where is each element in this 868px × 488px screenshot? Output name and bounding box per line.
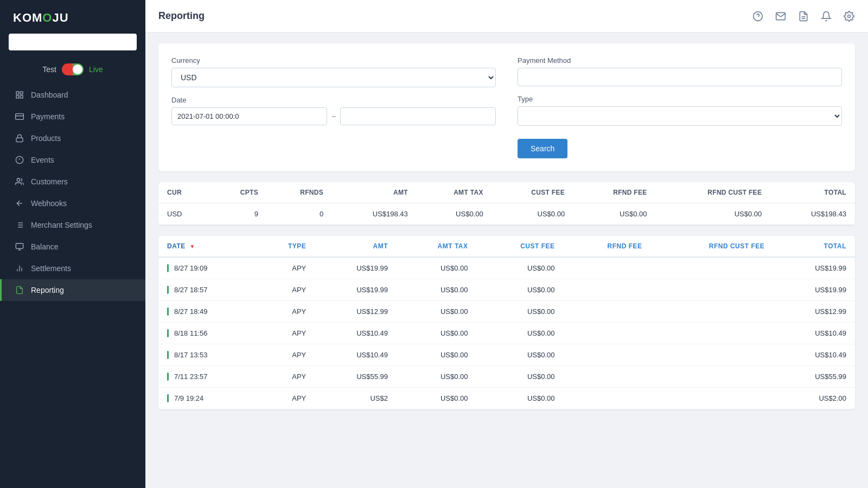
date-value: 7/9 19:24 [174, 394, 203, 402]
sidebar-item-merchant-settings-label: Merchant Settings [31, 221, 92, 229]
sidebar-item-merchant-settings[interactable]: Merchant Settings [0, 214, 145, 236]
detail-cell: US$0.00 [397, 388, 477, 409]
detail-cell: US$19.99 [315, 279, 397, 301]
filter-card: Currency USD EUR JPY GBP Date ~ [158, 43, 855, 171]
detail-cell: US$19.99 [773, 279, 855, 301]
detail-cell: US$10.49 [315, 344, 397, 366]
green-indicator-bar [167, 286, 169, 294]
payment-method-input[interactable] [518, 68, 842, 86]
summary-body: USD90US$198.43US$0.00US$0.00US$0.00US$0.… [158, 203, 855, 225]
green-indicator-bar [167, 394, 169, 402]
detail-cell: APY [256, 344, 315, 366]
content-area: Currency USD EUR JPY GBP Date ~ [145, 33, 868, 488]
detail-cell: APY [256, 366, 315, 388]
grid-icon [15, 90, 24, 100]
currency-select[interactable]: USD EUR JPY GBP [171, 68, 496, 87]
detail-cell: US$0.00 [477, 279, 564, 301]
date-label: Date [171, 96, 496, 104]
notes-icon[interactable] [797, 10, 809, 22]
sidebar-item-payments[interactable]: Payments [0, 106, 145, 127]
env-toggle-switch[interactable] [62, 63, 84, 75]
bell-icon[interactable] [820, 10, 832, 22]
table-row[interactable]: 8/27 18:57APYUS$19.99US$0.00US$0.00US$19… [158, 279, 855, 301]
type-select[interactable] [518, 106, 842, 126]
summary-col-rfnd-cust-fee: RFND CUST FEE [656, 182, 771, 203]
table-row[interactable]: 8/27 18:49APYUS$12.99US$0.00US$0.00US$12… [158, 301, 855, 323]
sidebar-search-input[interactable] [9, 34, 137, 50]
summary-col-cur: CUR [158, 182, 210, 203]
detail-col-cust-fee[interactable]: CUST FEE [477, 236, 564, 257]
users-icon [15, 177, 24, 187]
detail-col-total[interactable]: TOTAL [773, 236, 855, 257]
date-value: 8/27 18:49 [174, 307, 207, 316]
filter-grid: Currency USD EUR JPY GBP Date ~ [171, 56, 842, 158]
detail-cell [563, 344, 650, 366]
detail-cell: US$0.00 [397, 344, 477, 366]
date-to-input[interactable] [340, 107, 496, 125]
merchant-settings-icon [15, 220, 24, 230]
detail-cell: US$0.00 [477, 366, 564, 388]
sidebar-item-customers[interactable]: Customers [0, 171, 145, 192]
search-button[interactable]: Search [518, 139, 567, 158]
detail-cell: US$55.99 [773, 366, 855, 388]
sidebar-item-products[interactable]: Products [0, 127, 145, 149]
detail-cell [563, 323, 650, 344]
detail-cell [563, 301, 650, 323]
detail-cell: US$0.00 [397, 301, 477, 323]
detail-cell: US$19.99 [773, 257, 855, 279]
sidebar: KOMOJU Test Live Dashboard Payments Prod [0, 0, 145, 488]
detail-col-type[interactable]: TYPE [256, 236, 315, 257]
summary-row: USD90US$198.43US$0.00US$0.00US$0.00US$0.… [158, 203, 855, 225]
sidebar-item-balance[interactable]: Balance [0, 236, 145, 258]
summary-cell: USD [158, 203, 210, 225]
table-row[interactable]: 7/11 23:57APYUS$55.99US$0.00US$0.00US$55… [158, 366, 855, 388]
summary-cell: US$0.00 [656, 203, 771, 225]
toggle-knob [73, 65, 82, 74]
table-row[interactable]: 7/9 19:24APYUS$2US$0.00US$0.00US$2.00 [158, 388, 855, 409]
date-range: ~ [171, 107, 496, 125]
reporting-icon [15, 285, 24, 295]
currency-group: Currency USD EUR JPY GBP [171, 56, 496, 87]
summary-col-amt: AMT [332, 182, 417, 203]
help-icon[interactable] [752, 10, 764, 22]
sidebar-item-events-label: Events [31, 156, 54, 164]
svg-rect-4 [16, 114, 24, 120]
sidebar-item-events[interactable]: Events [0, 149, 145, 171]
sidebar-item-dashboard[interactable]: Dashboard [0, 84, 145, 106]
table-row[interactable]: 8/27 19:09APYUS$19.99US$0.00US$0.00US$19… [158, 257, 855, 279]
gear-icon[interactable] [843, 10, 855, 22]
table-row[interactable]: 8/17 13:53APYUS$10.49US$0.00US$0.00US$10… [158, 344, 855, 366]
detail-col-amt-tax[interactable]: AMT TAX [397, 236, 477, 257]
detail-col-amt[interactable]: AMT [315, 236, 397, 257]
date-value: 8/27 19:09 [174, 264, 207, 272]
app-logo: KOMOJU [0, 0, 145, 34]
date-value: 8/18 11:56 [174, 329, 207, 337]
detail-col-rfnd-fee[interactable]: RFND FEE [563, 236, 650, 257]
summary-cell: US$0.00 [492, 203, 573, 225]
sidebar-item-settlements[interactable]: Settlements [0, 258, 145, 279]
summary-cell: US$0.00 [573, 203, 655, 225]
sidebar-item-webhooks[interactable]: Webhooks [0, 192, 145, 214]
detail-cell [563, 388, 650, 409]
detail-col-date[interactable]: DATE ▼ [158, 236, 256, 257]
mail-icon[interactable] [775, 10, 787, 22]
payment-method-label: Payment Method [518, 56, 842, 65]
main-content: Reporting Curre [145, 0, 868, 488]
detail-cell [651, 366, 774, 388]
table-row[interactable]: 8/18 11:56APYUS$10.49US$0.00US$0.00US$10… [158, 323, 855, 344]
green-indicator-bar [167, 329, 169, 337]
settlements-icon [15, 264, 24, 273]
sidebar-item-customers-label: Customers [31, 177, 68, 186]
page-title: Reporting [158, 10, 205, 22]
date-from-input[interactable] [171, 107, 327, 125]
svg-rect-6 [16, 138, 23, 142]
green-indicator-bar [167, 307, 169, 316]
lock-icon [15, 133, 24, 143]
summary-cell: US$0.00 [417, 203, 492, 225]
detail-col-rfnd-cust-fee[interactable]: RFND CUST FEE [651, 236, 774, 257]
svg-rect-0 [16, 92, 19, 94]
detail-cell-date: 8/27 18:49 [158, 301, 256, 323]
svg-rect-3 [16, 95, 19, 98]
topbar-icons [752, 10, 855, 22]
sidebar-item-reporting[interactable]: Reporting [0, 279, 145, 301]
